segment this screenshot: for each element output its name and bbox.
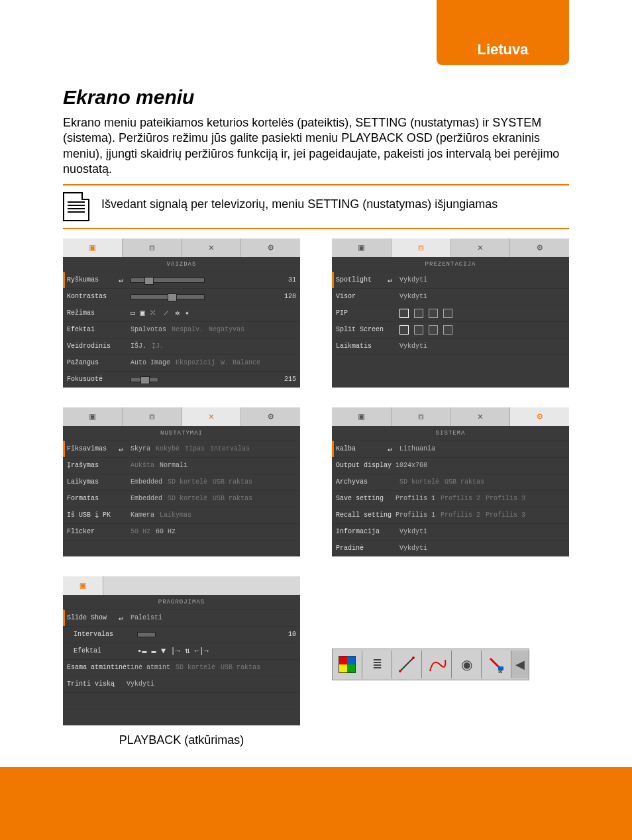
row-delete-all[interactable]: Trinti viskąVykdyti (63, 676, 300, 692)
row-output-display[interactable]: Output display1024x768 (332, 457, 569, 474)
slider[interactable] (131, 278, 205, 283)
row-timer[interactable]: LaikmatisVykdyti (332, 338, 569, 354)
tab-title: PREZENTACIJA (332, 257, 569, 272)
panel-nustatymai: ▣ ⧈ ✕ ⚙ NUSTATYMAI Fiksavimas↵SkyraKokyb… (63, 407, 300, 556)
row-storage[interactable]: LaikymasEmbeddedSD kortelėUSB raktas (63, 474, 300, 490)
tab-presentation[interactable]: ⧈ (392, 238, 451, 257)
annotation-toolbar: ≣ ◉ ⊠ ◀ (332, 649, 529, 680)
tab-image[interactable]: ▣ (63, 407, 123, 426)
note-document-icon (63, 192, 89, 221)
row-effects[interactable]: Efektai▪▬ ▬ ▼ |→ ⇅ ←|→ (63, 643, 300, 659)
tools-icon: ✕ (209, 242, 214, 253)
presentation-icon: ⧈ (418, 242, 424, 253)
tool-line[interactable] (392, 651, 422, 678)
page-title: Ekrano meniu (63, 86, 569, 109)
intro-paragraph: Ekrano meniu pateikiamos keturios kortel… (63, 115, 569, 178)
tool-collapse[interactable]: ◀ (511, 651, 529, 678)
tabbar: ▣ ⧈ ✕ ⚙ (332, 407, 569, 426)
tab-image[interactable]: ▣ (63, 238, 123, 257)
tool-camera[interactable]: ◉ (452, 651, 482, 678)
divider (63, 184, 569, 185)
row-recall-setting[interactable]: Recall settingProfilis 1Profilis 2Profil… (332, 507, 569, 523)
row-language[interactable]: Kalba↵Lithuania (332, 441, 569, 457)
tools-icon: ✕ (478, 411, 483, 422)
mode-icons: ▭ ▣ ⛌ ⟋ ✲ ✦ (131, 308, 296, 318)
row-effects[interactable]: EfektaiSpalvotasNespalv.Negatyvas (63, 321, 300, 338)
row-focus[interactable]: Fokusuotė215 (63, 371, 300, 388)
row-save-setting[interactable]: Save settingProfilis 1Profilis 2Profilis… (332, 490, 569, 507)
row-archive[interactable]: ArchyvasSD kortelėUSB raktas (332, 474, 569, 490)
slider[interactable] (137, 632, 156, 637)
panel-sistema: ▣ ⧈ ✕ ⚙ SISTEMA Kalba↵Lithuania Output d… (332, 407, 569, 556)
tab-settings[interactable]: ✕ (451, 407, 511, 426)
row-pip[interactable]: PIP (332, 305, 569, 321)
tab-image[interactable]: ▣ (332, 238, 392, 257)
row-flicker[interactable]: Flicker50 Hz60 Hz (63, 523, 300, 540)
row-contrast[interactable]: Kontrastas128 (63, 288, 300, 305)
tools-icon: ✕ (209, 411, 214, 422)
tab-playback[interactable]: ▣ (63, 576, 103, 595)
gear-icon: ⚙ (537, 242, 542, 253)
tab-title: VAIZDAS (63, 257, 300, 272)
language-tab: Lietuva (437, 0, 569, 65)
image-icon: ▣ (89, 242, 95, 253)
panel-pragrojimas: ▣ PRAGROJIMAS Slide Show↵Paleisti Interv… (63, 576, 300, 725)
list-icon: ≣ (372, 657, 382, 672)
row-format[interactable]: FormatasEmbeddedSD kortelėUSB raktas (63, 490, 300, 507)
panel-vaizdas: ▣ ⧈ ✕ ⚙ VAIZDAS Ryškumas↵31 Kontrastas12… (63, 238, 300, 388)
row-record[interactable]: ĮrašymasAukštaNormali (63, 457, 300, 474)
tab-blank (103, 576, 300, 595)
collapse-icon: ◀ (515, 657, 525, 672)
tab-settings[interactable]: ✕ (451, 238, 511, 257)
color-grid-icon (339, 656, 356, 673)
line-icon (397, 655, 417, 674)
tab-title: SISTEMA (332, 426, 569, 441)
panel-prezentacija: ▣ ⧈ ✕ ⚙ PREZENTACIJA Spotlight↵Vykdyti V… (332, 238, 569, 388)
tools-icon: ✕ (478, 242, 483, 253)
row-current-storage[interactable]: Esama atmintinėtinė atmintSD kortelėUSB … (63, 659, 300, 676)
panel-caption: PLAYBACK (atkūrimas) (63, 733, 300, 747)
row-slideshow[interactable]: Slide Show↵Paleisti (63, 609, 300, 626)
tool-color-grid[interactable] (333, 651, 362, 678)
tool-list[interactable]: ≣ (362, 651, 392, 678)
row-default[interactable]: PradinėVykdyti (332, 540, 569, 556)
camera-icon: ◉ (461, 656, 472, 672)
tab-system[interactable]: ⚙ (510, 238, 569, 257)
gear-icon: ⚙ (537, 411, 542, 422)
gear-icon: ⚙ (268, 242, 273, 253)
tab-system[interactable]: ⚙ (241, 238, 300, 257)
footer-bar (0, 767, 632, 840)
row-capture[interactable]: Fiksavimas↵SkyraKokybėTipasIntervalas (63, 441, 300, 457)
tab-presentation[interactable]: ⧈ (392, 407, 451, 426)
tab-settings[interactable]: ✕ (182, 407, 242, 426)
svg-line-3 (490, 658, 500, 668)
row-interval[interactable]: Intervalas10 (63, 626, 300, 643)
svg-line-0 (400, 658, 413, 671)
presentation-icon: ⧈ (149, 411, 155, 422)
row-advanced[interactable]: PažangusAuto ImageEkspozicijW. Balance (63, 354, 300, 371)
row-visor[interactable]: VisorVykdyti (332, 288, 569, 305)
svg-point-1 (399, 670, 401, 672)
playback-icon: ▣ (80, 580, 85, 591)
image-icon: ▣ (89, 411, 95, 422)
row-spotlight[interactable]: Spotlight↵Vykdyti (332, 272, 569, 288)
tool-curve[interactable] (422, 651, 452, 678)
tab-presentation[interactable]: ⧈ (123, 407, 182, 426)
tab-system[interactable]: ⚙ (510, 407, 569, 426)
slider[interactable] (131, 377, 158, 382)
row-mode[interactable]: Režimas▭ ▣ ⛌ ⟋ ✲ ✦ (63, 305, 300, 321)
row-splitscreen[interactable]: Split Screen (332, 321, 569, 338)
note-text: Išvedant signalą per televizorių, meniu … (101, 197, 569, 212)
tab-settings[interactable]: ✕ (182, 238, 242, 257)
tab-system[interactable]: ⚙ (241, 407, 300, 426)
slider[interactable] (131, 294, 205, 299)
tab-title: PRAGROJIMAS (63, 595, 300, 609)
row-mirror[interactable]: VeidrodinisIŠJ.ĮJ. (63, 338, 300, 354)
eraser-icon: ⊠ (486, 655, 506, 674)
tool-eraser[interactable]: ⊠ (482, 651, 511, 678)
tab-image[interactable]: ▣ (332, 407, 392, 426)
row-info[interactable]: InformacijaVykdyti (332, 523, 569, 540)
tab-presentation[interactable]: ⧈ (123, 238, 182, 257)
row-usb-pc[interactable]: Iš USB į PKKameraLaikymas (63, 507, 300, 523)
row-brightness[interactable]: Ryškumas↵31 (63, 272, 300, 288)
